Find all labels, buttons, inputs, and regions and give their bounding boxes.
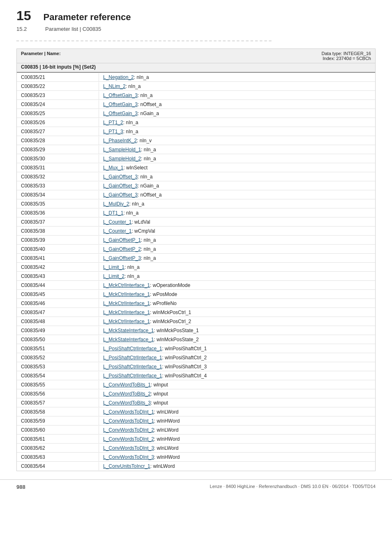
- param-name[interactable]: L_OffsetGain_3: nIn_a: [99, 91, 375, 99]
- param-name[interactable]: L_GainOffset_3: nIn_a: [99, 173, 375, 181]
- param-name[interactable]: L_GainOffset_3: nGain_a: [99, 182, 375, 190]
- param-link[interactable]: L_Counter_1: [103, 219, 131, 225]
- param-link[interactable]: L_PosiShaftCtrlInterface_1: [103, 346, 162, 352]
- param-name[interactable]: L_ConvWordToBits_1: wInput: [99, 381, 375, 389]
- param-link[interactable]: L_GainOffset_3: [103, 183, 138, 189]
- parameter-table: Parameter | Name: Data type: INTEGER_16 …: [16, 49, 376, 471]
- param-link[interactable]: L_GainOffsetP_2: [103, 246, 141, 252]
- param-link[interactable]: L_MulDiv_2: [103, 201, 129, 207]
- param-name[interactable]: L_DT1_1: nIn_a: [99, 209, 375, 217]
- param-link[interactable]: L_MckStateInterface_1: [103, 337, 154, 342]
- param-link[interactable]: L_Limit_2: [103, 273, 125, 279]
- param-link[interactable]: L_Limit_1: [103, 264, 125, 270]
- param-link[interactable]: L_ConvWordToBits_1: [103, 382, 151, 388]
- param-name[interactable]: L_PT1_3: nIn_a: [99, 127, 375, 136]
- param-name[interactable]: L_ConvUnitsToIncr_1: wInLWord: [99, 462, 375, 470]
- param-suffix: : wInput: [151, 382, 168, 388]
- param-link[interactable]: L_GainOffset_3: [103, 174, 138, 180]
- param-name[interactable]: L_ConvWordToBits_3: wInput: [99, 399, 375, 407]
- param-link[interactable]: L_ConvWordsToDInt_2: [103, 436, 154, 442]
- param-link[interactable]: L_Counter_1: [103, 228, 131, 234]
- param-name[interactable]: L_MulDiv_2: nIn_a: [99, 200, 375, 208]
- param-link[interactable]: L_Mux_1: [103, 165, 123, 171]
- param-name[interactable]: L_GainOffsetP_2: nIn_a: [99, 245, 375, 253]
- param-name[interactable]: L_MckCtrlInterface_1: wProfileNo: [99, 299, 375, 308]
- param-link[interactable]: L_ConvUnitsToIncr_1: [103, 463, 150, 469]
- table-header-label: Parameter | Name:: [21, 51, 61, 61]
- param-name[interactable]: L_ConvWordsToDInt_1: wInHWord: [99, 417, 375, 425]
- param-name[interactable]: L_MckCtrlInterface_1: wInMckPosCtrl_1: [99, 308, 375, 317]
- param-suffix: : wInMckPosCtrl_1: [150, 310, 191, 315]
- param-name[interactable]: L_Counter_1: wLdVal: [99, 218, 375, 226]
- param-name[interactable]: L_ConvWordsToDInt_2: wInLWord: [99, 426, 375, 434]
- param-link[interactable]: L_ConvWordToBits_3: [103, 400, 151, 406]
- param-link[interactable]: L_PhaseIntK_2: [103, 138, 137, 143]
- param-link[interactable]: L_NLim_2: [103, 83, 126, 89]
- param-name[interactable]: L_GainOffsetP_3: nIn_a: [99, 254, 375, 262]
- param-name[interactable]: L_MckStateInterface_1: wInMckPosState_1: [99, 326, 375, 335]
- param-name[interactable]: L_GainOffset_3: nOffset_a: [99, 191, 375, 199]
- table-row: C00835/44L_MckCtrlInterface_1: wOperatio…: [17, 281, 375, 290]
- table-row: C00835/28L_PhaseIntK_2: nIn_v: [17, 136, 375, 145]
- param-link[interactable]: L_ConvWordsToDInt_1: [103, 409, 154, 415]
- param-link[interactable]: L_PosiShaftCtrlInterface_1: [103, 373, 162, 379]
- param-name[interactable]: L_MckCtrlInterface_1: wPosMode: [99, 290, 375, 298]
- param-name[interactable]: L_ConvWordsToDInt_1: wInLWord: [99, 408, 375, 416]
- param-name[interactable]: L_MckCtrlInterface_1: wOperationMode: [99, 281, 375, 289]
- param-name[interactable]: L_GainOffsetP_1: nIn_a: [99, 236, 375, 244]
- table-row: C00835/57L_ConvWordToBits_3: wInput: [17, 398, 375, 407]
- param-link[interactable]: L_OffsetGain_3: [103, 102, 138, 107]
- table-row: C00835/26L_PT1_2: nIn_a: [17, 118, 375, 127]
- param-link[interactable]: L_GainOffset_3: [103, 192, 138, 198]
- param-name[interactable]: L_PosiShaftCtrlInterface_1: wInPosiShaft…: [99, 363, 375, 371]
- param-name[interactable]: L_MckCtrlInterface_1: wInMckPosCtrl_2: [99, 317, 375, 326]
- param-link[interactable]: L_GainOffsetP_3: [103, 255, 141, 261]
- param-link[interactable]: L_ConvWordsToDInt_3: [103, 454, 154, 460]
- param-link[interactable]: L_ConvWordsToDInt_1: [103, 418, 154, 424]
- param-link[interactable]: L_PosiShaftCtrlInterface_1: [103, 364, 162, 370]
- param-name[interactable]: L_PosiShaftCtrlInterface_1: wInPosiShaft…: [99, 345, 375, 353]
- param-name[interactable]: L_ConvWordsToDInt_2: wInHWord: [99, 435, 375, 443]
- param-link[interactable]: L_MckCtrlInterface_1: [103, 301, 150, 306]
- param-link[interactable]: L_MckCtrlInterface_1: [103, 291, 150, 297]
- param-suffix: : nIn_a: [134, 74, 149, 80]
- param-link[interactable]: L_Negation_2: [103, 74, 134, 80]
- param-suffix: : nIn_a: [141, 237, 156, 243]
- param-name[interactable]: L_MckStateInterface_1: wInMckPosState_2: [99, 335, 375, 344]
- param-link[interactable]: L_MckCtrlInterface_1: [103, 319, 150, 324]
- param-name[interactable]: L_Negation_2: nIn_a: [99, 73, 375, 81]
- param-name[interactable]: L_PT1_2: nIn_a: [99, 118, 375, 127]
- param-link[interactable]: L_MckCtrlInterface_1: [103, 310, 150, 315]
- param-link[interactable]: L_MckStateInterface_1: [103, 328, 154, 333]
- param-link[interactable]: L_ConvWordsToDInt_2: [103, 427, 154, 433]
- param-link[interactable]: L_PT1_3: [103, 129, 123, 134]
- param-name[interactable]: L_Counter_1: wCmpVal: [99, 227, 375, 235]
- param-name[interactable]: L_PosiShaftCtrlInterface_1: wInPosiShaft…: [99, 354, 375, 362]
- param-link[interactable]: L_SampleHold_1: [103, 147, 141, 153]
- param-name[interactable]: L_OffsetGain_3: nGain_a: [99, 109, 375, 118]
- param-name[interactable]: L_Limit_2: nIn_a: [99, 272, 375, 280]
- param-name[interactable]: L_Mux_1: wInSelect: [99, 164, 375, 172]
- param-link[interactable]: L_PosiShaftCtrlInterface_1: [103, 355, 162, 361]
- param-name[interactable]: L_PosiShaftCtrlInterface_1: wInPosiShaft…: [99, 372, 375, 380]
- param-name[interactable]: L_SampleHold_2: nIn_a: [99, 155, 375, 163]
- param-name[interactable]: L_NLim_2: nIn_a: [99, 82, 375, 90]
- param-link[interactable]: L_ConvWordsToDInt_3: [103, 445, 154, 451]
- param-link[interactable]: L_DT1_1: [103, 210, 123, 216]
- param-name[interactable]: L_ConvWordToBits_2: wInput: [99, 390, 375, 398]
- param-link[interactable]: L_GainOffsetP_1: [103, 237, 141, 243]
- param-suffix: : wInPosiShaftCtrl_1: [162, 346, 207, 352]
- param-name[interactable]: L_OffsetGain_3: nOffset_a: [99, 100, 375, 109]
- param-link[interactable]: L_PT1_2: [103, 120, 123, 125]
- param-name[interactable]: L_Limit_1: nIn_a: [99, 263, 375, 271]
- param-name[interactable]: L_ConvWordsToDInt_3: wInLWord: [99, 444, 375, 452]
- param-link[interactable]: L_OffsetGain_3: [103, 92, 138, 98]
- param-name[interactable]: L_ConvWordsToDInt_3: wInHWord: [99, 453, 375, 461]
- param-link[interactable]: L_OffsetGain_3: [103, 111, 138, 116]
- param-name[interactable]: L_PhaseIntK_2: nIn_v: [99, 136, 375, 145]
- data-type-label: Data type: INTEGER_16: [322, 51, 371, 56]
- param-link[interactable]: L_MckCtrlInterface_1: [103, 282, 150, 288]
- param-link[interactable]: L_ConvWordToBits_2: [103, 391, 151, 397]
- param-link[interactable]: L_SampleHold_2: [103, 156, 141, 162]
- param-name[interactable]: L_SampleHold_1: nIn_a: [99, 146, 375, 154]
